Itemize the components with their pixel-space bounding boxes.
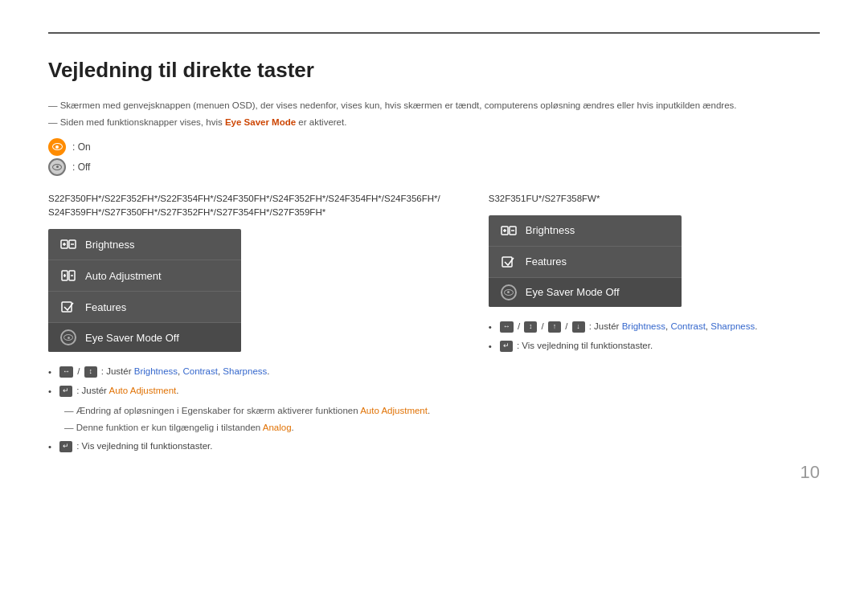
right-sharpness-link: Sharpness (710, 321, 755, 331)
eye-saver-osd-icon (59, 330, 77, 345)
right-bullets: • ↔ / ↕ / ↑ / ↓ : Justér Brightness, Con… (489, 320, 820, 354)
left-osd-panel: Brightness Auto Adjustmen (48, 229, 241, 352)
osd-item-brightness: Brightness (48, 229, 241, 260)
features-label: Features (85, 301, 126, 313)
note-1: Skærmen med genvejsknappen (menuen OSD),… (48, 99, 820, 112)
right-btn-enter: ↵ (500, 341, 513, 352)
right-brightness-icon (500, 223, 518, 239)
osd-item-eye-saver: Eye Saver Mode Off (48, 323, 241, 352)
btn-left-right: ↔ (59, 366, 73, 378)
btn-up-down: ↕ (84, 366, 97, 378)
btn-enter-2: ↵ (59, 441, 72, 452)
off-indicator: : Off (48, 158, 820, 176)
left-osd-panel-wrapper: Brightness Auto Adjustmen (48, 229, 440, 352)
left-column: S22F350FH*/S22F352FH*/S22F354FH*/S24F350… (48, 192, 440, 460)
eye-saver-indicators: : On : Off (48, 138, 820, 176)
contrast-link: Contrast (182, 366, 217, 376)
right-features-label: Features (526, 255, 567, 268)
right-brightness-label: Brightness (526, 224, 575, 236)
page-container: Vejledning til direkte taster Skærmen me… (0, 0, 868, 507)
right-features-icon (500, 254, 518, 270)
right-contrast-link: Contrast (670, 321, 705, 331)
right-model-label: S32F351FU*/S27F358FW* (489, 192, 820, 206)
right-btn-dn: ↓ (572, 321, 585, 333)
right-btn-lr: ↔ (500, 321, 514, 333)
brightness-label: Brightness (85, 239, 134, 251)
right-btn-ud: ↕ (524, 321, 537, 333)
auto-adj-link-2: Auto Adjustment (360, 406, 428, 415)
right-eye-saver-label: Eye Saver Mode Off (526, 286, 620, 298)
sub-note-2: Denne funktion er kun tilgængelig i tils… (64, 421, 440, 435)
auto-adj-link: Auto Adjustment (109, 386, 177, 395)
right-osd-features: Features (489, 247, 682, 278)
left-model-label: S22F350FH*/S22F352FH*/S22F354FH*/S24F350… (48, 192, 440, 220)
analog-link: Analog (263, 423, 292, 432)
right-osd-eye-saver: Eye Saver Mode Off (489, 278, 682, 307)
two-column-layout: S22F350FH*/S22F352FH*/S22F354FH*/S24F350… (48, 192, 820, 460)
on-indicator: : On (48, 138, 820, 156)
brightness-link: Brightness (134, 366, 178, 376)
bullet-item-1: • ↔ / ↕ : Justér Brightness, Contrast, S… (48, 365, 440, 379)
right-column: S32F351FU*/S27F358FW* (489, 192, 820, 359)
right-btn-up: ↑ (548, 321, 561, 333)
right-osd-panel: Brightness Features (489, 215, 682, 307)
page-title: Vejledning til direkte taster (48, 58, 820, 83)
eye-off-icon (48, 158, 66, 176)
page-number: 10 (800, 462, 820, 483)
top-border (48, 32, 820, 34)
brightness-icon (59, 236, 77, 252)
bullet-item-2: • ↵ : Justér Auto Adjustment. (48, 384, 440, 398)
features-icon (59, 299, 77, 315)
right-eye-saver-icon (500, 285, 518, 300)
on-label: : On (72, 141, 91, 153)
note-2: Siden med funktionsknapper vises, hvis E… (48, 116, 820, 129)
right-bullet-2: • ↵ : Vis vejledning til funktionstaster… (489, 339, 820, 353)
btn-enter: ↵ (59, 386, 72, 397)
auto-adj-icon (59, 268, 77, 284)
right-osd-panel-wrapper: Brightness Features (489, 215, 820, 307)
auto-adjustment-label: Auto Adjustment (85, 270, 162, 282)
left-bullets: • ↔ / ↕ : Justér Brightness, Contrast, S… (48, 365, 440, 454)
sharpness-link: Sharpness (223, 366, 267, 376)
eye-saver-mode-link: Eye Saver Mode (225, 117, 296, 127)
osd-item-auto-adjustment: Auto Adjustment (48, 260, 241, 292)
right-osd-brightness: Brightness (489, 215, 682, 247)
bullet-item-3: • ↵ : Vis vejledning til funktionstaster… (48, 439, 440, 454)
eye-saver-label: Eye Saver Mode Off (85, 332, 179, 344)
osd-item-features: Features (48, 292, 241, 323)
eye-on-icon (48, 138, 66, 156)
right-brightness-link: Brightness (622, 321, 665, 331)
sub-note-1: Ændring af opløsningen i Egenskaber for … (64, 404, 440, 418)
right-bullet-1: • ↔ / ↕ / ↑ / ↓ : Justér Brightness, Con… (489, 320, 820, 334)
off-label: : Off (72, 161, 90, 173)
